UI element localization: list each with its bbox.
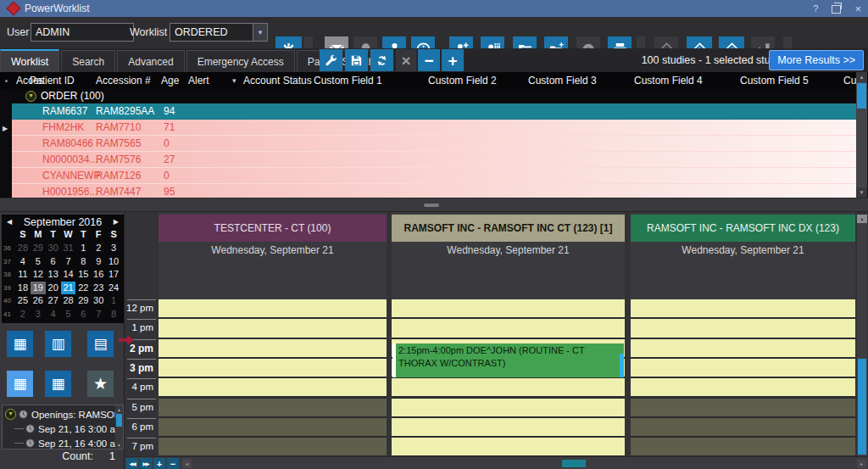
zoom-out-button[interactable]: − — [418, 49, 440, 71]
calendar-day[interactable]: 15 — [75, 268, 91, 281]
time-slot[interactable] — [159, 319, 387, 337]
work-week-view-button[interactable]: ▥ — [45, 331, 71, 357]
calendar-day[interactable]: 12 — [31, 268, 46, 281]
expand-openings-icon[interactable]: ▾ — [5, 409, 16, 420]
time-slot[interactable] — [631, 299, 855, 317]
scheduler-column-header[interactable]: RAMSOFT INC - RAMSOFT INC DX (123) — [631, 215, 855, 242]
calendar-day[interactable]: 27 — [46, 294, 61, 307]
calendar-day[interactable]: 30 — [46, 242, 61, 254]
time-slot[interactable] — [392, 319, 625, 337]
scrollbar-thumb[interactable] — [857, 83, 866, 109]
time-slot[interactable] — [159, 399, 387, 416]
calendar-day[interactable]: 16 — [91, 268, 106, 281]
calendar-day[interactable]: 5 — [31, 255, 46, 268]
zoom-out-time-button[interactable]: − — [167, 458, 179, 469]
user-input[interactable]: ADMIN — [31, 23, 134, 42]
worklist-row[interactable]: FHM2HKRAM771071 — [12, 120, 856, 136]
calendar-day[interactable]: 29 — [75, 294, 91, 307]
worklist-scrollbar[interactable]: ▲ ▼ — [856, 72, 867, 198]
scroll-down-icon[interactable]: ▼ — [856, 187, 867, 198]
calendar-day[interactable]: 10 — [106, 255, 121, 268]
time-slot[interactable] — [159, 438, 387, 455]
scheduler-column-header[interactable]: TESTCENTER - CT (100) — [159, 215, 387, 242]
calendar-day[interactable]: 13 — [46, 268, 61, 281]
worklist-row[interactable]: H0001956...RAM744795 — [12, 184, 856, 198]
go-last-button[interactable]: ▶▶ — [140, 458, 152, 469]
calendar-day[interactable]: 2 — [91, 242, 106, 254]
day-view-button[interactable]: ▦ — [7, 371, 33, 397]
calendar-day[interactable]: 28 — [15, 242, 31, 254]
calendar-day[interactable]: 6 — [46, 255, 61, 268]
calendar-day[interactable]: 30 — [91, 294, 106, 307]
time-slot[interactable] — [631, 438, 855, 455]
splitter-handle[interactable] — [424, 204, 439, 207]
tab-search[interactable]: Search — [61, 50, 115, 72]
time-slot[interactable] — [159, 418, 387, 436]
column-header[interactable]: Custom Field 5 — [740, 72, 809, 89]
clear-button[interactable]: × — [396, 49, 416, 71]
calendar-day[interactable]: 11 — [15, 268, 31, 281]
calendar-day[interactable]: 5 — [61, 308, 76, 321]
calendar-day[interactable]: 25 — [15, 294, 31, 307]
calendar-prev-icon[interactable]: ◀ — [7, 218, 12, 226]
help-button[interactable]: ? — [813, 3, 818, 14]
group-row-order[interactable]: ▾ ORDER (100) — [12, 89, 856, 103]
collapse-group-icon[interactable]: ▾ — [25, 91, 36, 102]
calendar-day[interactable]: 6 — [75, 308, 91, 321]
opening-item[interactable]: Sep 21, 16 3:00 a — [14, 422, 115, 436]
calendar-day[interactable]: 29 — [31, 242, 46, 254]
zoom-in-button[interactable]: + — [442, 49, 464, 71]
openings-root[interactable]: ▾ Openings: RAMSOF — [5, 407, 120, 422]
worklist-row[interactable]: CYANNEWPRAM71260 — [12, 168, 856, 184]
column-header[interactable]: Custom Field 1 — [314, 72, 382, 89]
scroll-up-icon[interactable]: ▲ — [857, 215, 867, 223]
scheduler-column-header[interactable]: RAMSOFT INC - RAMSOFT INC CT (123) [1] — [392, 215, 625, 242]
column-header[interactable]: Alert — [188, 72, 209, 89]
scrollbar-thumb[interactable] — [562, 460, 586, 467]
tab-emergency-access[interactable]: Emergency Access — [186, 50, 295, 72]
calendar-day[interactable]: 7 — [61, 255, 76, 268]
openings-scrollbar[interactable]: ▲ ▼ — [115, 405, 123, 449]
maximize-icon[interactable] — [832, 5, 841, 14]
calendar-day[interactable]: 24 — [106, 282, 121, 294]
worklist-row[interactable]: RAM6637RAM8295AA94 — [12, 103, 856, 120]
time-slot[interactable] — [392, 299, 625, 317]
column-header[interactable]: Custom Field 2 — [428, 72, 497, 89]
scrollbar-thumb[interactable] — [858, 359, 866, 455]
calendar-day[interactable]: 20 — [46, 282, 61, 294]
scroll-up-icon[interactable]: ▲ — [115, 405, 123, 413]
calendar-day[interactable]: 4 — [15, 255, 31, 268]
time-slot[interactable] — [392, 378, 625, 396]
panel-splitter[interactable] — [0, 198, 868, 212]
close-button[interactable]: × — [854, 3, 861, 15]
agenda-view-button[interactable]: ▤ — [87, 331, 114, 357]
scroll-up-icon[interactable]: ▲ — [856, 72, 867, 82]
column-header[interactable]: Accession # — [96, 72, 151, 89]
calendar-day[interactable]: 8 — [75, 255, 91, 268]
save-worklist-button[interactable] — [345, 49, 368, 71]
scroll-right-icon[interactable]: ▸ — [857, 459, 866, 468]
refresh-button[interactable] — [370, 49, 393, 71]
column-header[interactable]: Custom Field 4 — [634, 72, 703, 89]
calendar-day[interactable]: 18 — [15, 282, 31, 294]
time-slot[interactable] — [631, 319, 855, 337]
scroll-left-icon[interactable]: ◂ — [182, 459, 192, 468]
calendar-day[interactable]: 26 — [31, 294, 46, 307]
tab-advanced[interactable]: Advanced — [117, 50, 184, 72]
favorites-button[interactable]: ★ — [87, 371, 114, 397]
opening-item[interactable]: Sep 21, 16 4:00 a — [14, 436, 115, 449]
calendar-day[interactable]: 19 — [31, 282, 46, 294]
calendar-day[interactable]: 3 — [31, 308, 46, 321]
appointment-block[interactable]: 2:15pm-4:00pm DOE^JOHN (ROUTINE - CT THO… — [392, 343, 624, 377]
filter-arrow-icon[interactable]: ▾ — [232, 72, 236, 89]
calendar-day[interactable]: 22 — [75, 282, 91, 294]
time-slot[interactable] — [631, 378, 855, 396]
time-slot[interactable] — [392, 418, 625, 436]
calendar-day[interactable]: 28 — [61, 294, 76, 307]
calendar-day[interactable]: 1 — [75, 242, 91, 254]
worklist-settings-button[interactable] — [320, 49, 342, 71]
column-header[interactable]: Custom Field 3 — [528, 72, 597, 89]
calendar-day[interactable]: 9 — [91, 255, 106, 268]
calendar-day[interactable]: 8 — [106, 308, 121, 321]
time-slot[interactable] — [159, 378, 387, 396]
